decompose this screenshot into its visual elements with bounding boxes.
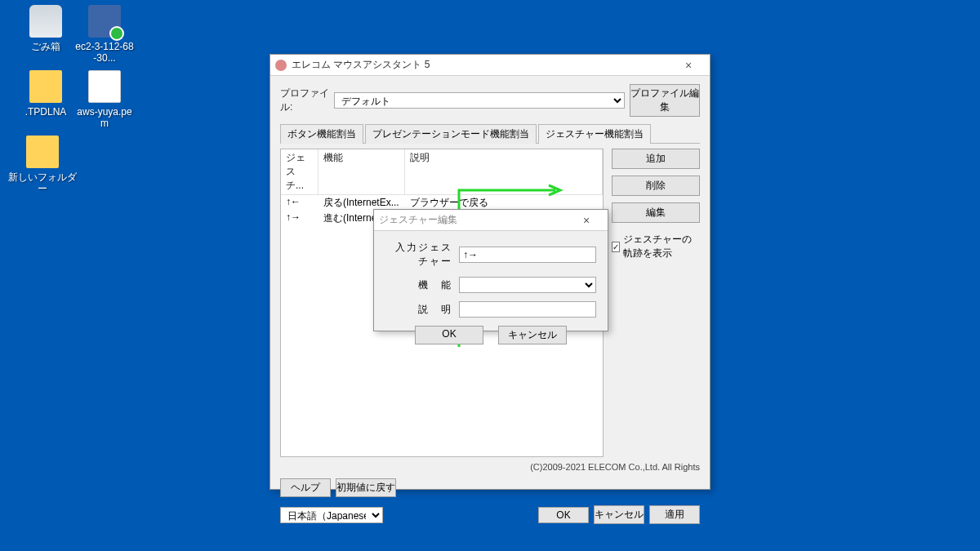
- folder-icon: [26, 136, 59, 168]
- file-icon: [88, 70, 121, 103]
- description-label: 説 明: [385, 303, 459, 317]
- desktop-icon-label: aws-yuya.pem: [75, 106, 134, 130]
- profile-label: プロファイル:: [280, 87, 334, 114]
- close-icon[interactable]: ×: [672, 59, 705, 72]
- profile-select[interactable]: デフォルト: [334, 92, 625, 109]
- dialog-title: ジェスチャー編集: [379, 213, 570, 227]
- add-button[interactable]: 追加: [612, 149, 700, 169]
- col-desc[interactable]: 説明: [405, 149, 603, 194]
- computer-icon: [88, 5, 121, 38]
- profile-edit-button[interactable]: プロファイル編集: [630, 84, 700, 117]
- show-trace-checkbox[interactable]: ✓ ジェスチャーの軌跡を表示: [612, 233, 700, 260]
- checkbox-icon: ✓: [612, 242, 620, 252]
- cancel-button[interactable]: キャンセル: [594, 505, 644, 524]
- ok-button[interactable]: OK: [538, 507, 589, 523]
- tab-gesture-assign[interactable]: ジェスチャー機能割当: [538, 124, 651, 144]
- edit-button[interactable]: 編集: [612, 202, 700, 223]
- reset-button[interactable]: 初期値に戻す: [336, 478, 396, 497]
- dialog-cancel-button[interactable]: キャンセル: [498, 326, 567, 344]
- desktop-icon-newfolder[interactable]: 新しいフォルダー: [8, 136, 77, 195]
- desktop-icon-label: ごみ箱: [16, 41, 75, 52]
- dialog-titlebar[interactable]: ジェスチャー編集 ×: [374, 210, 608, 231]
- col-func[interactable]: 機能: [318, 149, 405, 194]
- desktop-icon-file[interactable]: aws-yuya.pem: [75, 70, 134, 130]
- language-select[interactable]: 日本語（Japanese）: [280, 507, 383, 523]
- tab-button-assign[interactable]: ボタン機能割当: [280, 124, 363, 144]
- col-gesture[interactable]: ジェスチ...: [281, 149, 318, 194]
- folder-icon: [29, 70, 62, 103]
- help-button[interactable]: ヘルプ: [280, 478, 331, 497]
- tab-presentation-assign[interactable]: プレゼンテーションモード機能割当: [365, 124, 537, 144]
- list-header: ジェスチ... 機能 説明: [281, 149, 603, 195]
- delete-button[interactable]: 削除: [612, 176, 700, 196]
- copyright: (C)2009-2021 ELECOM Co.,Ltd. All Rights: [280, 462, 700, 472]
- app-icon: [275, 60, 287, 71]
- description-input[interactable]: [459, 301, 596, 318]
- desktop-icon-remote[interactable]: ec2-3-112-68-30...: [75, 5, 134, 64]
- trash-icon: [29, 5, 62, 38]
- desktop-icon-folder[interactable]: .TPDLNA: [16, 70, 75, 118]
- desktop-icon-label: ec2-3-112-68-30...: [75, 41, 134, 64]
- gesture-input[interactable]: [459, 247, 596, 263]
- show-trace-label: ジェスチャーの軌跡を表示: [623, 233, 700, 260]
- desktop-icon-label: 新しいフォルダー: [8, 171, 77, 195]
- window-title: エレコム マウスアシスタント 5: [292, 58, 672, 72]
- gesture-input-label: 入力ジェスチャー: [385, 241, 459, 269]
- close-icon[interactable]: ×: [570, 214, 603, 227]
- desktop-icon-trash[interactable]: ごみ箱: [16, 5, 75, 52]
- apply-button[interactable]: 適用: [649, 505, 700, 524]
- desktop-icon-label: .TPDLNA: [16, 106, 75, 118]
- titlebar[interactable]: エレコム マウスアシスタント 5 ×: [270, 55, 710, 76]
- function-select[interactable]: [459, 277, 596, 293]
- function-label: 機 能: [385, 278, 459, 292]
- tabs: ボタン機能割当 プレゼンテーションモード機能割当 ジェスチャー機能割当: [280, 123, 700, 144]
- dialog-ok-button[interactable]: OK: [415, 326, 483, 344]
- gesture-edit-dialog: ジェスチャー編集 × 入力ジェスチャー 機 能 説 明 OK キャンセル: [373, 209, 608, 331]
